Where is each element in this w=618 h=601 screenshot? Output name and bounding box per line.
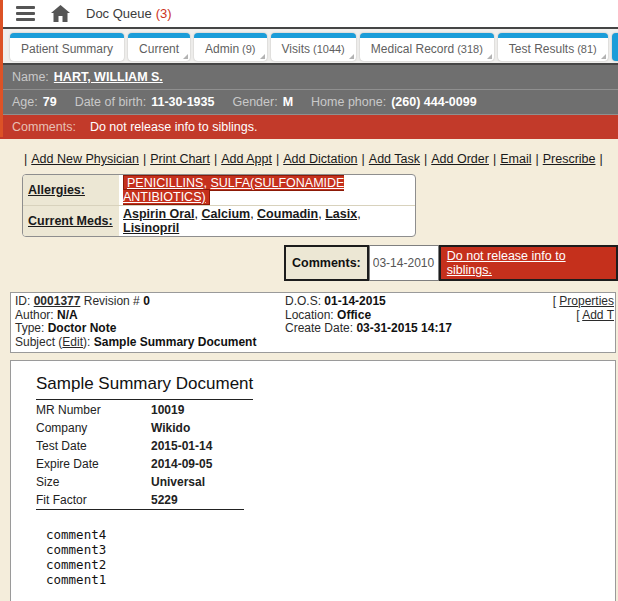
subject-suffix: ):	[83, 335, 94, 349]
create-date-value: 03-31-2015 14:17	[356, 321, 451, 335]
action-link-add-new-physician[interactable]: Add New Physician	[31, 152, 139, 166]
meta-subject-row: Subject (Edit): Sample Summary Document	[15, 336, 611, 350]
dos-value: 01-14-2015	[324, 294, 385, 308]
tab-label: Medical Record	[371, 42, 454, 56]
action-link-add-dictation[interactable]: Add Dictation	[283, 152, 357, 166]
allergy-link[interactable]: PENICILLINS	[127, 176, 203, 190]
dos-label: D.O.S:	[285, 294, 321, 308]
demographic-value: M	[283, 95, 293, 109]
name-label: Name:	[12, 70, 49, 84]
meta-link-row: [ Add T	[553, 309, 614, 323]
meta-author-row: Author: N/A	[15, 309, 285, 323]
patient-demographics-bar: Age:79Date of birth:11-30-1935Gender:MHo…	[0, 89, 618, 114]
current-meds-row: Current Meds: Aspirin Oral, Calcium, Cou…	[23, 205, 415, 236]
document-field-label: Size	[36, 473, 151, 491]
meta-link[interactable]: Properties	[559, 294, 614, 308]
revision-label: Revision #	[84, 294, 140, 308]
med-link[interactable]: Calcium	[202, 207, 251, 221]
med-link[interactable]: Lisinopril	[123, 221, 179, 235]
doc-queue-count: (3)	[156, 6, 172, 21]
document-comment-line: comment2	[46, 557, 615, 572]
meta-link[interactable]: Add T	[582, 308, 614, 322]
tab-document-s[interactable]: Document S	[612, 33, 618, 61]
allergies-value-cell: PENICILLINS, SULFA(SULFONAMIDE ANTIBIOTI…	[119, 175, 415, 205]
document-field-value: 10019	[151, 401, 244, 419]
tab-current[interactable]: Current	[128, 33, 190, 61]
tab-patient-summary[interactable]: Patient Summary	[10, 33, 124, 61]
location-label: Location:	[285, 308, 334, 322]
left-accent-stripe	[0, 0, 3, 137]
comments-label: Comments:	[12, 120, 76, 134]
tab-dropdown-fold-icon	[183, 54, 188, 59]
demographic-label: Home phone:	[311, 95, 386, 109]
document-field-label: Fit Factor	[36, 491, 151, 510]
med-link[interactable]: Lasix	[325, 207, 357, 221]
meta-create-row: Create Date: 03-31-2015 14:17	[285, 322, 611, 336]
demographic-item: Age:79	[12, 95, 57, 109]
tab-medical-record[interactable]: Medical Record(318)	[360, 33, 494, 61]
action-link-print-chart[interactable]: Print Chart	[150, 152, 210, 166]
action-link-add-task[interactable]: Add Task	[369, 152, 420, 166]
med-link[interactable]: Coumadin	[257, 207, 318, 221]
action-separator: |	[24, 152, 27, 166]
action-link-email[interactable]: Email	[500, 152, 531, 166]
subject-edit-link[interactable]: Edit	[62, 335, 83, 349]
allergies-link[interactable]: Allergies:	[28, 183, 85, 197]
action-links-row: |Add New Physician|Print Chart|Add Appt|…	[20, 152, 618, 166]
patient-comments-bar: Comments: Do not release info to sibling…	[0, 114, 618, 139]
subject-value: Sample Summary Document	[94, 335, 257, 349]
tab-test-results[interactable]: Test Results(81)	[498, 33, 608, 61]
current-meds-link[interactable]: Current Meds:	[28, 214, 113, 228]
demographic-label: Age:	[12, 95, 38, 109]
document-field-label: Test Date	[36, 437, 151, 455]
action-separator: |	[535, 152, 538, 166]
allergies-label-cell: Allergies:	[23, 175, 119, 205]
tab-count: (1044)	[313, 43, 345, 55]
document-field-label: Expire Date	[36, 455, 151, 473]
meta-type-row: Type: Doctor Note	[15, 322, 285, 336]
meta-links-column: [ Properties[ Add T	[553, 295, 614, 322]
meta-id-row: ID: 0001377 Revision # 0	[15, 295, 285, 309]
document-field-value: Wikido	[151, 419, 244, 437]
allergy-highlight: PENICILLINS, SULFA(SULFONAMIDE ANTIBIOTI…	[123, 175, 344, 205]
action-link-add-order[interactable]: Add Order	[431, 152, 489, 166]
tab-admin[interactable]: Admin(9)	[194, 33, 266, 61]
document-comment-lines: comment4comment3comment2comment1	[46, 527, 615, 587]
type-label: Type:	[15, 321, 44, 335]
tab-visits[interactable]: Visits(1044)	[271, 33, 356, 61]
comments-text: Do not release info to siblings.	[90, 120, 257, 134]
demographic-item: Gender:M	[232, 95, 293, 109]
document-field-row: Fit Factor5229	[36, 491, 244, 510]
comment-date-input[interactable]	[369, 245, 439, 281]
action-separator: |	[600, 152, 603, 166]
document-field-row: MR Number10019	[36, 401, 244, 419]
meta-link-row: [ Properties	[553, 295, 614, 309]
document-meta-box: ID: 0001377 Revision # 0 D.O.S: 01-14-20…	[10, 292, 616, 353]
document-id-link[interactable]: 0001377	[34, 294, 81, 308]
tab-label: Admin	[205, 42, 239, 56]
action-separator: |	[276, 152, 279, 166]
tab-dropdown-fold-icon	[601, 54, 606, 59]
current-meds-value-cell: Aspirin Oral, Calcium, Coumadin, Lasix, …	[119, 206, 415, 236]
document-field-label: MR Number	[36, 401, 151, 419]
hamburger-menu-icon[interactable]	[16, 6, 35, 21]
chart-comment-label: Comments:	[284, 245, 369, 281]
action-link-add-appt[interactable]: Add Appt	[221, 152, 272, 166]
author-label: Author:	[15, 308, 54, 322]
demographic-item: Home phone:(260) 444-0099	[311, 95, 477, 109]
action-link-prescribe[interactable]: Prescribe	[543, 152, 596, 166]
comment-note-link[interactable]: Do not release info to siblings.	[447, 249, 610, 277]
action-separator: |	[214, 152, 217, 166]
document-field-row: CompanyWikido	[36, 419, 244, 437]
patient-name-link[interactable]: HART, WILLIAM S.	[54, 70, 163, 84]
subject-label: Subject (	[15, 335, 62, 349]
demographic-label: Gender:	[232, 95, 277, 109]
document-field-value: 5229	[151, 491, 244, 510]
tab-dropdown-fold-icon	[349, 54, 354, 59]
demographic-value: 11-30-1935	[151, 95, 214, 109]
demographic-value: 79	[43, 95, 57, 109]
top-bar: Doc Queue (3)	[0, 0, 618, 29]
comment-note-box: Do not release info to siblings.	[439, 245, 618, 281]
home-icon[interactable]	[51, 5, 70, 22]
med-link[interactable]: Aspirin Oral	[123, 207, 195, 221]
